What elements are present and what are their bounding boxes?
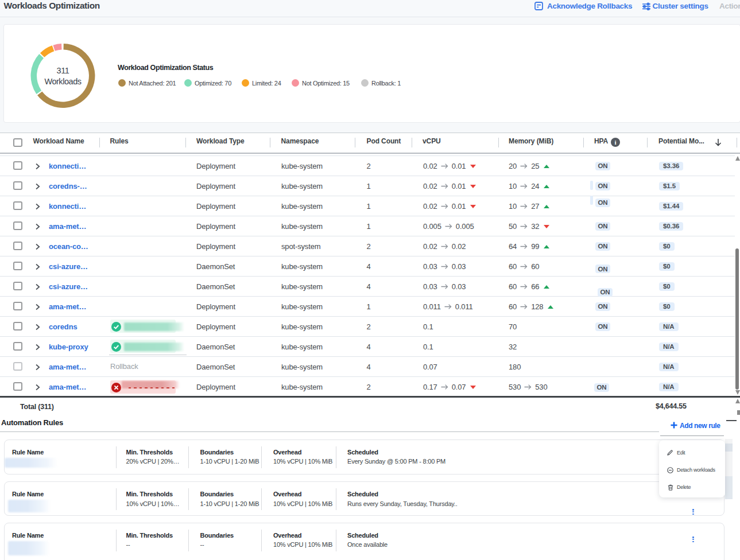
svg-text:i: i (614, 139, 616, 146)
